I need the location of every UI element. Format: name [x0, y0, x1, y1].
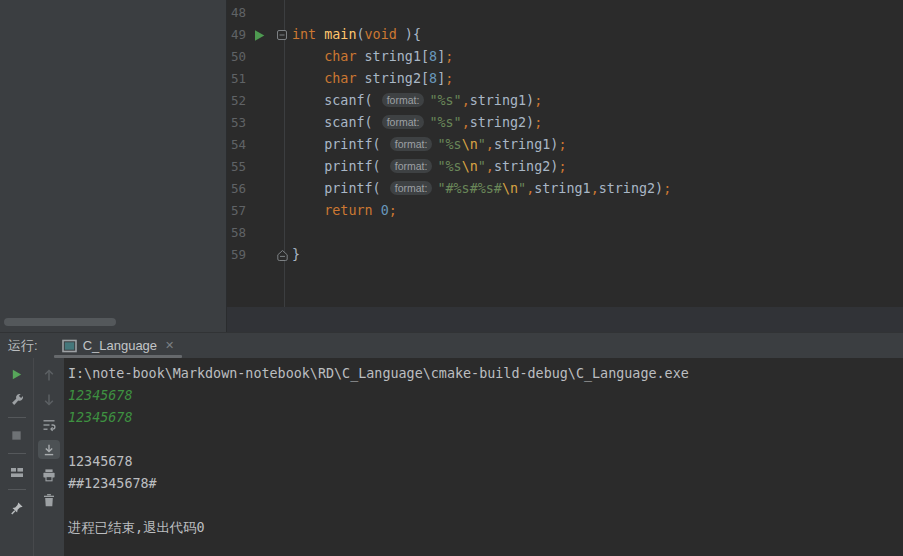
code-text: scanf( format:"%s",string2); [292, 112, 542, 134]
fold-spacer [272, 112, 292, 134]
clear-console-button[interactable] [38, 490, 60, 509]
code-editor[interactable]: 4849int main(void ){50 char string1[8];5… [227, 0, 903, 307]
toolbar-divider [8, 453, 26, 454]
rerun-button[interactable] [6, 365, 28, 384]
fold-spacer [272, 90, 292, 112]
code-text: char string2[8]; [292, 68, 453, 90]
pin-button[interactable] [6, 498, 28, 517]
fold-spacer [272, 222, 292, 244]
console-icon [62, 339, 77, 353]
gutter-spacer [246, 112, 272, 134]
run-toolbar-outer [0, 358, 33, 556]
editor-line[interactable]: 59} [227, 244, 903, 266]
gutter-spacer [246, 134, 272, 156]
console-output-line: ##12345678# [68, 473, 895, 495]
line-number: 51 [227, 68, 246, 90]
line-number: 57 [227, 200, 246, 222]
run-tool-window: 运行: C_Language ✕ I:\note-book\Markdown-n… [0, 332, 903, 556]
editor-line[interactable]: 53 scanf( format:"%s",string2); [227, 112, 903, 134]
fold-spacer [272, 46, 292, 68]
toolbar-divider [8, 417, 26, 418]
console-output-line: 12345678 [68, 451, 895, 473]
gutter-spacer [246, 244, 272, 266]
code-text: scanf( format:"%s",string1); [292, 90, 542, 112]
parameter-hint-format: format: [382, 115, 425, 129]
code-text: return 0; [292, 200, 397, 222]
run-toolbar-inner [33, 358, 64, 556]
run-console-output[interactable]: I:\note-book\Markdown-notebook\RD\C_Lang… [64, 358, 903, 556]
gutter-spacer [246, 2, 272, 24]
line-number: 50 [227, 46, 246, 68]
gutter-spacer [246, 46, 272, 68]
print-button[interactable] [38, 465, 60, 484]
line-number: 52 [227, 90, 246, 112]
editor-line[interactable]: 48 [227, 2, 903, 24]
editor-line[interactable]: 56 printf( format:"#%s#%s#\n",string1,st… [227, 178, 903, 200]
line-number: 54 [227, 134, 246, 156]
code-text: printf( format:"%s\n",string1); [292, 134, 566, 156]
console-user-input: 12345678 [68, 385, 895, 407]
editor-line[interactable]: 58 [227, 222, 903, 244]
editor-line[interactable]: 50 char string1[8]; [227, 46, 903, 68]
parameter-hint-format: format: [390, 181, 433, 195]
editor-line[interactable]: 57 return 0; [227, 200, 903, 222]
ide-window: 4849int main(void ){50 char string1[8];5… [0, 0, 903, 556]
line-number: 55 [227, 156, 246, 178]
stop-button[interactable] [6, 426, 28, 445]
line-number: 48 [227, 2, 246, 24]
restore-layout-button[interactable] [6, 462, 28, 481]
console-user-input: 12345678 [68, 407, 895, 429]
fold-spacer [272, 178, 292, 200]
fold-spacer [272, 156, 292, 178]
fold-collapse-icon[interactable] [272, 24, 292, 46]
console-output-line: 进程已结束,退出代码0 [68, 517, 895, 539]
fold-spacer [272, 68, 292, 90]
gutter-spacer [246, 68, 272, 90]
console-exe-path: I:\note-book\Markdown-notebook\RD\C_Lang… [68, 363, 895, 385]
gutter-spacer [246, 222, 272, 244]
gutter-spacer [246, 156, 272, 178]
settings-button[interactable] [6, 390, 28, 409]
fold-spacer [272, 2, 292, 24]
line-number: 58 [227, 222, 246, 244]
editor-line[interactable]: 52 scanf( format:"%s",string1); [227, 90, 903, 112]
tab-close-icon[interactable]: ✕ [165, 339, 174, 352]
scroll-to-end-button[interactable] [38, 440, 60, 459]
parameter-hint-format: format: [382, 93, 425, 107]
next-occurrence-button[interactable] [38, 390, 60, 409]
console-output-line [68, 495, 895, 517]
soft-wrap-button[interactable] [38, 415, 60, 434]
run-label: 运行: [8, 337, 38, 355]
code-text: printf( format:"%s\n",string2); [292, 156, 566, 178]
run-tab-title: C_Language [83, 338, 157, 353]
run-tab-c-language[interactable]: C_Language ✕ [56, 333, 181, 358]
fold-end-icon[interactable] [272, 244, 292, 266]
gutter-spacer [246, 90, 272, 112]
prev-occurrence-button[interactable] [38, 365, 60, 384]
gutter-spacer [246, 200, 272, 222]
fold-spacer [272, 134, 292, 156]
code-text: } [292, 244, 300, 266]
line-number: 56 [227, 178, 246, 200]
line-number: 49 [227, 24, 246, 46]
toolbar-divider [8, 489, 26, 490]
editor-line[interactable]: 54 printf( format:"%s\n",string1); [227, 134, 903, 156]
editor-line[interactable]: 55 printf( format:"%s\n",string2); [227, 156, 903, 178]
fold-spacer [272, 200, 292, 222]
horizontal-scrollbar-thumb[interactable] [4, 318, 116, 326]
parameter-hint-format: format: [390, 137, 433, 151]
run-line-icon[interactable] [246, 24, 272, 46]
code-text: char string1[8]; [292, 46, 453, 68]
editor-line[interactable]: 49int main(void ){ [227, 24, 903, 46]
line-number: 59 [227, 244, 246, 266]
run-header: 运行: C_Language ✕ [0, 332, 903, 358]
editor-line[interactable]: 51 char string2[8]; [227, 68, 903, 90]
code-text: printf( format:"#%s#%s#\n",string1,strin… [292, 178, 671, 200]
gutter-spacer [246, 178, 272, 200]
line-number: 53 [227, 112, 246, 134]
editor-bottom-band [227, 307, 903, 332]
code-text: int main(void ){ [292, 24, 421, 46]
console-output-line [68, 429, 895, 451]
left-tool-panel [0, 0, 227, 332]
parameter-hint-format: format: [390, 159, 433, 173]
